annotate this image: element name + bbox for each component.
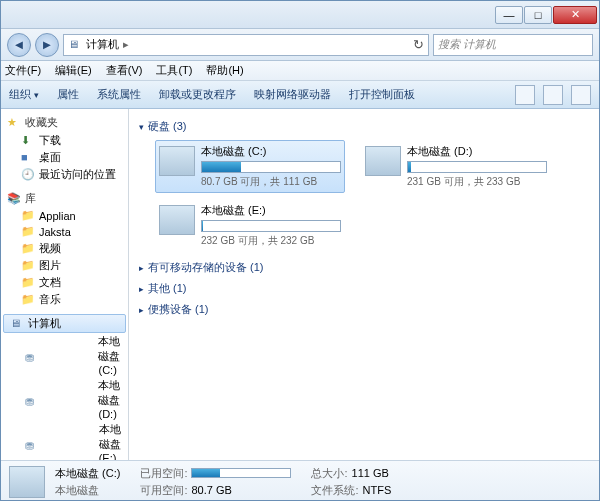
status-drive-name: 本地磁盘 (C:) bbox=[55, 466, 120, 481]
sidebar-item-downloads[interactable]: ⬇下载 bbox=[1, 132, 128, 149]
status-total-value: 111 GB bbox=[352, 467, 389, 479]
sidebar-item-documents[interactable]: 📁文档 bbox=[1, 274, 128, 291]
drive-icon bbox=[9, 466, 45, 498]
status-fs-value: NTFS bbox=[363, 484, 392, 496]
control-panel-button[interactable]: 打开控制面板 bbox=[349, 87, 415, 102]
close-button[interactable]: ✕ bbox=[553, 6, 597, 24]
folder-icon: 📁 bbox=[21, 225, 35, 239]
view-options-button[interactable] bbox=[515, 85, 535, 105]
group-hard-disk-drives[interactable]: ▾硬盘 (3) bbox=[139, 119, 589, 134]
status-fs-label: 文件系统: bbox=[311, 483, 358, 498]
maximize-button[interactable]: □ bbox=[524, 6, 552, 24]
expand-icon: ▸ bbox=[139, 305, 144, 315]
folder-icon: 📁 bbox=[21, 259, 35, 273]
details-pane: 本地磁盘 (C:) 本地磁盘 已用空间: 可用空间:80.7 GB 总大小:11… bbox=[1, 460, 599, 501]
uninstall-button[interactable]: 卸载或更改程序 bbox=[159, 87, 236, 102]
menu-view[interactable]: 查看(V) bbox=[106, 63, 143, 78]
drive-item[interactable]: 本地磁盘 (D:)231 GB 可用，共 233 GB bbox=[361, 140, 551, 193]
menu-file[interactable]: 文件(F) bbox=[5, 63, 41, 78]
status-drive-type: 本地磁盘 bbox=[55, 483, 120, 498]
computer-group[interactable]: 🖥计算机 bbox=[3, 314, 126, 333]
refresh-button[interactable]: ↻ bbox=[413, 37, 424, 52]
forward-button[interactable]: ► bbox=[35, 33, 59, 57]
group-other[interactable]: ▸其他 (1) bbox=[139, 281, 589, 296]
sidebar-item-pictures[interactable]: 📁图片 bbox=[1, 257, 128, 274]
content-area: ▾硬盘 (3) 本地磁盘 (C:)80.7 GB 可用，共 111 GB本地磁盘… bbox=[129, 109, 599, 460]
minimize-button[interactable]: — bbox=[495, 6, 523, 24]
collapse-icon: ▾ bbox=[139, 122, 144, 132]
computer-icon: 🖥 bbox=[68, 38, 82, 52]
chevron-right-icon[interactable]: ▸ bbox=[123, 38, 129, 51]
download-icon: ⬇ bbox=[21, 134, 35, 148]
help-button[interactable] bbox=[571, 85, 591, 105]
folder-icon: 📁 bbox=[21, 276, 35, 290]
expand-icon: ▸ bbox=[139, 284, 144, 294]
sidebar-item-videos[interactable]: 📁视频 bbox=[1, 240, 128, 257]
sidebar-item-music[interactable]: 📁音乐 bbox=[1, 291, 128, 308]
group-removable-storage[interactable]: ▸有可移动存储的设备 (1) bbox=[139, 260, 589, 275]
back-button[interactable]: ◄ bbox=[7, 33, 31, 57]
titlebar: — □ ✕ bbox=[1, 1, 599, 29]
computer-icon: 🖥 bbox=[10, 317, 24, 331]
status-used-label: 已用空间: bbox=[140, 466, 187, 481]
sidebar-item-desktop[interactable]: ■桌面 bbox=[1, 149, 128, 166]
sidebar-item-applian[interactable]: 📁Applian bbox=[1, 208, 128, 224]
drive-free-text: 80.7 GB 可用，共 111 GB bbox=[201, 175, 341, 189]
properties-button[interactable]: 属性 bbox=[57, 87, 79, 102]
navigation-pane: ★收藏夹 ⬇下载 ■桌面 🕘最近访问的位置 📚库 📁Applian 📁Jakst… bbox=[1, 109, 129, 460]
expand-icon: ▸ bbox=[139, 263, 144, 273]
address-bar[interactable]: 🖥 计算机 ▸ ↻ bbox=[63, 34, 429, 56]
breadcrumb[interactable]: 计算机 bbox=[86, 37, 119, 52]
menu-tools[interactable]: 工具(T) bbox=[156, 63, 192, 78]
drive-icon bbox=[159, 205, 195, 235]
drive-item[interactable]: 本地磁盘 (E:)232 GB 可用，共 232 GB bbox=[155, 199, 345, 252]
drive-label: 本地磁盘 (D:) bbox=[407, 144, 547, 159]
libraries-group[interactable]: 📚库 bbox=[1, 189, 128, 208]
library-icon: 📚 bbox=[7, 192, 21, 206]
sidebar-item-drive-e[interactable]: ⛃本地磁盘 (E:) bbox=[1, 421, 128, 460]
sidebar-item-jaksta[interactable]: 📁Jaksta bbox=[1, 224, 128, 240]
folder-icon: 📁 bbox=[21, 293, 35, 307]
status-free-label: 可用空间: bbox=[140, 483, 187, 498]
capacity-bar bbox=[201, 220, 341, 232]
capacity-bar bbox=[201, 161, 341, 173]
drive-icon bbox=[159, 146, 195, 176]
map-network-drive-button[interactable]: 映射网络驱动器 bbox=[254, 87, 331, 102]
menu-bar: 文件(F) 编辑(E) 查看(V) 工具(T) 帮助(H) bbox=[1, 61, 599, 81]
drive-icon: ⛃ bbox=[21, 392, 94, 406]
group-portable-devices[interactable]: ▸便携设备 (1) bbox=[139, 302, 589, 317]
folder-icon: 📁 bbox=[21, 209, 35, 223]
organize-button[interactable]: 组织 bbox=[9, 87, 39, 102]
sidebar-item-recent[interactable]: 🕘最近访问的位置 bbox=[1, 166, 128, 183]
folder-icon: 📁 bbox=[21, 242, 35, 256]
drive-icon: ⛃ bbox=[21, 348, 94, 362]
drive-free-text: 232 GB 可用，共 232 GB bbox=[201, 234, 341, 248]
star-icon: ★ bbox=[7, 116, 21, 130]
command-bar: 组织 属性 系统属性 卸载或更改程序 映射网络驱动器 打开控制面板 bbox=[1, 81, 599, 109]
drive-item[interactable]: 本地磁盘 (C:)80.7 GB 可用，共 111 GB bbox=[155, 140, 345, 193]
capacity-bar bbox=[407, 161, 547, 173]
drive-free-text: 231 GB 可用，共 233 GB bbox=[407, 175, 547, 189]
status-total-label: 总大小: bbox=[311, 466, 347, 481]
menu-edit[interactable]: 编辑(E) bbox=[55, 63, 92, 78]
desktop-icon: ■ bbox=[21, 151, 35, 165]
sidebar-item-drive-c[interactable]: ⛃本地磁盘 (C:) bbox=[1, 333, 128, 377]
status-used-bar bbox=[191, 468, 291, 478]
nav-bar: ◄ ► 🖥 计算机 ▸ ↻ 搜索 计算机 bbox=[1, 29, 599, 61]
recent-icon: 🕘 bbox=[21, 168, 35, 182]
drive-icon: ⛃ bbox=[21, 436, 95, 450]
preview-pane-button[interactable] bbox=[543, 85, 563, 105]
search-input[interactable]: 搜索 计算机 bbox=[433, 34, 593, 56]
menu-help[interactable]: 帮助(H) bbox=[206, 63, 243, 78]
sidebar-item-drive-d[interactable]: ⛃本地磁盘 (D:) bbox=[1, 377, 128, 421]
status-free-value: 80.7 GB bbox=[191, 484, 231, 496]
system-properties-button[interactable]: 系统属性 bbox=[97, 87, 141, 102]
favorites-group[interactable]: ★收藏夹 bbox=[1, 113, 128, 132]
drive-label: 本地磁盘 (C:) bbox=[201, 144, 341, 159]
drive-icon bbox=[365, 146, 401, 176]
drive-label: 本地磁盘 (E:) bbox=[201, 203, 341, 218]
